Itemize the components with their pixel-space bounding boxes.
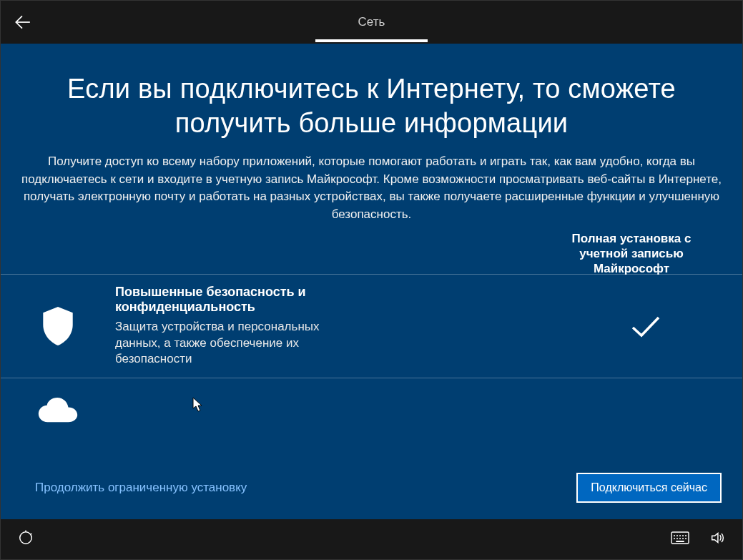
page-description: Получите доступ ко всему набору приложен…	[14, 153, 729, 224]
checkmark-icon	[629, 312, 663, 340]
taskbar-left	[18, 530, 34, 549]
taskbar-right	[671, 530, 725, 549]
ease-of-access-icon	[18, 530, 34, 546]
column-header-full-install: Полная установка с учетной записью Майкр…	[549, 231, 714, 277]
content-spacer	[1, 442, 742, 461]
page-heading: Если вы подключитесь к Интернету, то смо…	[14, 72, 729, 140]
connect-now-button[interactable]: Подключиться сейчас	[577, 473, 721, 502]
shield-icon	[39, 305, 77, 347]
back-arrow-icon	[13, 13, 31, 31]
row-icon-cell	[1, 305, 115, 347]
continue-limited-link[interactable]: Продолжить ограниченную установку	[35, 481, 247, 495]
volume-button[interactable]	[709, 530, 725, 549]
content-area: Если вы подключитесь к Интернету, то смо…	[1, 44, 742, 519]
taskbar	[1, 519, 742, 559]
ease-of-access-button[interactable]	[18, 530, 34, 549]
header-bar: Сеть	[1, 1, 742, 44]
oobe-window: Сеть Если вы подключитесь к Интернету, т…	[0, 0, 743, 560]
feature-title: Повышенные безопасность и конфиденциальн…	[115, 285, 325, 315]
row-icon-cell	[1, 396, 115, 425]
table-row	[1, 378, 742, 442]
header-tab-network[interactable]: Сеть	[315, 2, 428, 42]
row-text-cell: Повышенные безопасность и конфиденциальн…	[115, 285, 340, 368]
features-table: Повышенные безопасность и конфиденциальн…	[1, 274, 742, 443]
header-title-wrap: Сеть	[1, 2, 742, 42]
action-bar: Продолжить ограниченную установку Подклю…	[1, 461, 742, 519]
feature-subtitle: Защита устройства и персональных данных,…	[115, 319, 325, 368]
intro-section: Если вы подключитесь к Интернету, то смо…	[1, 44, 742, 231]
back-button[interactable]	[1, 1, 44, 44]
volume-icon	[709, 530, 725, 546]
table-row: Повышенные безопасность и конфиденциальн…	[1, 274, 742, 378]
svg-point-0	[20, 532, 32, 544]
cloud-icon	[37, 396, 79, 425]
row-check-cell	[549, 312, 742, 340]
row-text-cell	[115, 408, 340, 413]
keyboard-icon	[671, 531, 689, 544]
keyboard-button[interactable]	[671, 531, 689, 547]
